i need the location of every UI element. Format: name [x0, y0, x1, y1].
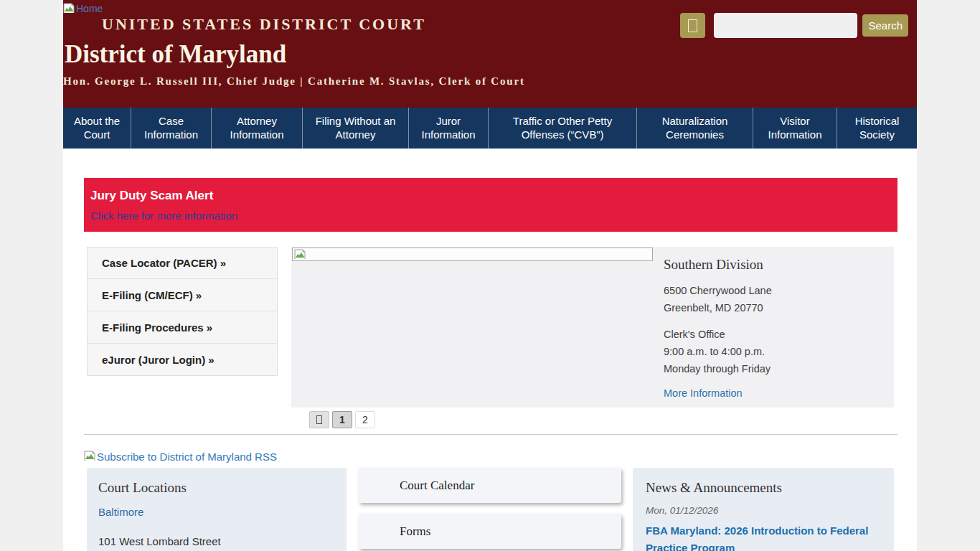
page-container: Home UNITED STATES DISTRICT COURT Distri…	[63, 0, 917, 551]
home-link-label: Home	[76, 3, 103, 14]
division-more-information-link[interactable]: More Information	[664, 387, 743, 399]
quicklink-efiling-cmecf[interactable]: E-Filing (CM/ECF) »	[87, 279, 278, 311]
division-address-line1: 6500 Cherrywood Lane	[664, 282, 879, 299]
division-days: Monday through Friday	[664, 360, 879, 377]
baltimore-location-link[interactable]: Baltimore	[98, 506, 143, 518]
alert-more-info-link[interactable]: Click here for more information	[90, 209, 237, 222]
baltimore-address: 101 West Lombard Street	[98, 535, 335, 547]
division-title: Southern Division	[664, 257, 879, 273]
news-headline-link[interactable]: FBA Maryland: 2026 Introduction to Feder…	[646, 522, 881, 551]
carousel-pause-button[interactable]	[309, 411, 329, 428]
news-announcements-panel: News & Announcements Mon, 01/12/2026 FBA…	[633, 468, 894, 551]
carousel-page-1-button[interactable]: 1	[332, 411, 352, 428]
section-divider	[84, 434, 897, 435]
court-calendar-card[interactable]: Court Calendar	[359, 468, 621, 503]
division-info: Southern Division 6500 Cherrywood Lane G…	[664, 257, 879, 400]
quicklinks-sidebar: Case Locator (PACER) » E-Filing (CM/ECF)…	[87, 247, 278, 428]
rss-link-label: Subscribe to District of Maryland RSS	[97, 451, 277, 463]
nav-item-traffic-cvb[interactable]: Traffic or Other Petty Offenses (“CVB”)	[489, 108, 637, 149]
rss-subscribe-link[interactable]: Subscribe to District of Maryland RSS	[84, 451, 917, 463]
forms-card[interactable]: Forms	[359, 514, 621, 549]
main-navigation: About the Court Case Information Attorne…	[63, 108, 917, 149]
nav-item-historical-society[interactable]: Historical Society	[837, 108, 917, 149]
division-office: Clerk's Office	[664, 326, 879, 343]
court-locations-title: Court Locations	[98, 480, 335, 496]
search-button[interactable]: Search	[862, 14, 908, 37]
search-input[interactable]	[714, 13, 857, 38]
division-address-line2: Greenbelt, MD 20770	[664, 299, 879, 316]
quicklink-case-locator-pacer[interactable]: Case Locator (PACER) »	[87, 247, 278, 279]
court-eyebrow-title: UNITED STATES DISTRICT COURT	[102, 15, 426, 34]
bottom-row: Court Locations Baltimore 101 West Lomba…	[87, 468, 894, 551]
division-hours: 9:00 a.m. to 4:00 p.m.	[664, 343, 879, 360]
carousel-broken-image	[292, 248, 653, 261]
nav-item-visitor-information[interactable]: Visitor Information	[753, 108, 837, 149]
judges-subtitle: Hon. George L. Russell III, Chief Judge …	[63, 75, 525, 88]
search-icon-button[interactable]	[680, 13, 705, 38]
carousel-column: Southern Division 6500 Cherrywood Lane G…	[291, 247, 894, 428]
search-icon	[688, 19, 697, 32]
quicklink-ejuror-login[interactable]: eJuror (Juror Login) »	[87, 344, 278, 376]
news-date: Mon, 01/12/2026	[646, 505, 881, 516]
news-title: News & Announcements	[646, 480, 881, 496]
nav-item-juror-information[interactable]: Juror Information	[409, 108, 489, 149]
broken-image-icon	[84, 451, 95, 461]
nav-item-filing-without-attorney[interactable]: Filing Without an Attorney	[303, 108, 409, 149]
nav-item-case-information[interactable]: Case Information	[131, 108, 212, 149]
jury-scam-alert-banner: Jury Duty Scam Alert Click here for more…	[84, 178, 897, 232]
pause-icon-missing-glyph	[316, 415, 322, 424]
court-locations-panel: Court Locations Baltimore 101 West Lomba…	[87, 468, 347, 551]
carousel-page-2-button[interactable]: 2	[355, 411, 375, 428]
nav-item-about-the-court[interactable]: About the Court	[63, 108, 131, 149]
action-cards-column: Court Calendar Forms	[359, 468, 621, 549]
main-content-row: Case Locator (PACER) » E-Filing (CM/ECF)…	[63, 232, 917, 428]
site-title: District of Maryland	[65, 40, 286, 69]
masthead: Home UNITED STATES DISTRICT COURT Distri…	[63, 0, 917, 108]
nav-item-naturalization-ceremonies[interactable]: Naturalization Ceremonies	[637, 108, 753, 149]
home-link[interactable]: Home	[63, 3, 103, 14]
carousel-pagination: 1 2	[309, 411, 894, 428]
quicklink-efiling-procedures[interactable]: E-Filing Procedures »	[87, 311, 278, 344]
broken-image-icon	[294, 249, 306, 259]
division-carousel-slide: Southern Division 6500 Cherrywood Lane G…	[291, 247, 894, 408]
broken-image-icon	[63, 3, 75, 13]
search-area: Search	[680, 13, 908, 38]
nav-item-attorney-information[interactable]: Attorney Information	[212, 108, 303, 149]
alert-title: Jury Duty Scam Alert	[90, 189, 897, 203]
